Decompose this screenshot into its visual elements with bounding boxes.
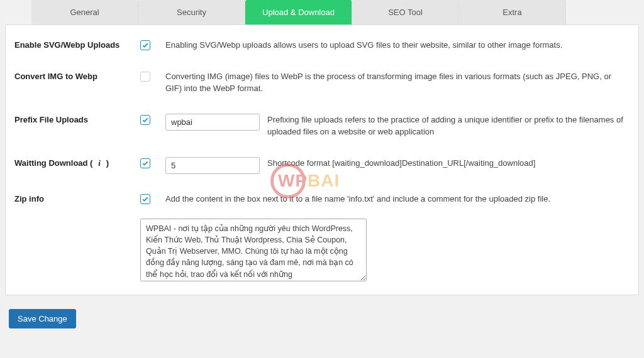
desc-waiting-download: Shortcode format [waiting_download]Desti… xyxy=(267,157,630,170)
prefix-uploads-input[interactable] xyxy=(165,114,260,131)
desc-prefix-uploads: Prefixing file uploads refers to the pra… xyxy=(267,114,630,138)
tab-general[interactable]: General xyxy=(31,0,138,24)
checkbox-enable-svg[interactable] xyxy=(140,40,150,50)
checkbox-convert-webp[interactable] xyxy=(140,72,150,82)
zip-info-textarea[interactable] xyxy=(140,219,367,281)
info-icon: i xyxy=(95,159,104,168)
label-enable-svg: Enable SVG/Webp Uploads xyxy=(14,39,140,50)
label-zip-info: Zip info xyxy=(14,193,140,203)
settings-panel: Enable SVG/Webp Uploads Enabling SVG/Web… xyxy=(5,24,639,295)
tab-seo-tool[interactable]: SEO Tool xyxy=(352,0,459,24)
save-button[interactable]: Save Change xyxy=(9,309,76,328)
check-icon xyxy=(142,195,149,203)
check-icon xyxy=(142,160,149,167)
label-convert-webp: Convert IMG to Webp xyxy=(14,70,140,81)
waiting-download-input[interactable] xyxy=(165,157,260,174)
tab-extra[interactable]: Extra xyxy=(459,0,566,24)
tab-security[interactable]: Security xyxy=(138,0,245,24)
desc-enable-svg: Enabling SVG/Webp uploads allows users t… xyxy=(165,39,630,52)
desc-convert-webp: Converting IMG (image) files to WebP is … xyxy=(165,70,630,95)
check-icon xyxy=(142,41,149,49)
label-waiting-download: Waitting Download ( i ) xyxy=(14,157,140,168)
tabs: General Security Upload & Download SEO T… xyxy=(0,0,644,24)
tab-upload-download[interactable]: Upload & Download xyxy=(245,0,352,24)
check-icon xyxy=(142,116,149,124)
checkbox-prefix-uploads[interactable] xyxy=(140,115,150,125)
desc-zip-info: Add the content in the box next to it to… xyxy=(165,193,630,205)
checkbox-zip-info[interactable] xyxy=(140,194,150,204)
checkbox-waiting-download[interactable] xyxy=(140,158,150,168)
label-prefix-uploads: Prefix File Uploads xyxy=(14,114,140,124)
